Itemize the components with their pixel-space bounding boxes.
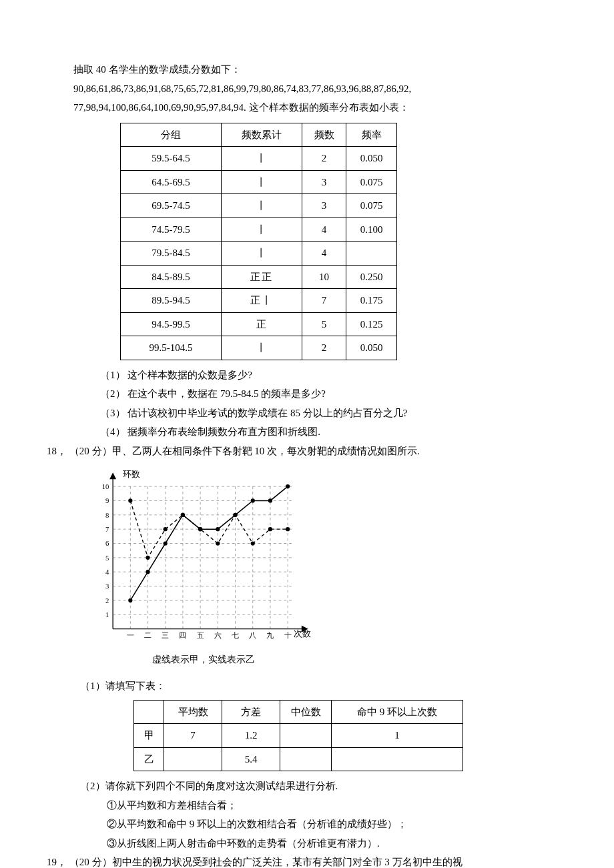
q18-head: 18， （20 分）甲、乙两人在相同条件下各射靶 10 次，每次射靶的成绩情况如…	[47, 442, 567, 461]
table-row: 84.5-89.5 正正 10 0.250	[121, 265, 397, 289]
table-row: 74.5-79.5 丨 4 0.100	[121, 218, 397, 242]
svg-text:2: 2	[105, 596, 109, 604]
svg-point-54	[268, 527, 272, 531]
svg-text:环数: 环数	[123, 470, 140, 479]
svg-point-62	[233, 513, 237, 517]
svg-point-47	[145, 556, 149, 560]
svg-point-51	[216, 541, 220, 545]
table-row: 乙 5.4	[134, 747, 463, 771]
svg-text:七: 七	[232, 631, 239, 639]
svg-text:1: 1	[105, 610, 109, 618]
svg-point-61	[216, 527, 220, 531]
stat-th-name	[134, 700, 164, 724]
svg-text:10: 10	[102, 482, 109, 490]
svg-text:8: 8	[105, 511, 109, 519]
svg-text:6: 6	[105, 539, 109, 547]
stat-th-var: 方差	[222, 700, 280, 724]
th-tally: 频数累计	[222, 123, 302, 147]
q17-sub1: （1） 这个样本数据的众数是多少?	[47, 366, 567, 385]
frequency-table: 分组 频数累计 频数 频率 59.5-64.5 丨 2 0.050 64.5-6…	[120, 123, 397, 360]
q18-sub2c: ③从折线图上两人射击命中环数的走势看（分析谁更有潜力）.	[47, 834, 567, 853]
svg-point-63	[251, 498, 255, 502]
svg-text:3: 3	[105, 582, 109, 590]
svg-text:4: 4	[105, 568, 109, 576]
svg-text:7: 7	[105, 525, 109, 533]
svg-point-56	[128, 598, 132, 602]
table-row: 99.5-104.5 丨 2 0.050	[121, 336, 397, 360]
intro-line3: 77,98,94,100,86,64,100,69,90,95,97,84,94…	[47, 98, 567, 117]
svg-text:四: 四	[179, 631, 186, 639]
th-group: 分组	[121, 123, 222, 147]
svg-point-46	[128, 498, 132, 502]
svg-text:六: 六	[214, 631, 222, 639]
q17-sub2: （2） 在这个表中，数据在 79.5-84.5 的频率是多少?	[47, 384, 567, 404]
svg-text:五: 五	[197, 631, 204, 639]
q18-sub2a: ①从平均数和方差相结合看；	[47, 796, 567, 815]
table-row: 甲 7 1.2 1	[134, 724, 463, 748]
svg-text:十: 十	[284, 631, 292, 639]
q17-sub4: （4） 据频率分布表绘制频数分布直方图和折线图.	[47, 422, 567, 442]
intro-line1: 抽取 40 名学生的数学成绩,分数如下：	[47, 60, 567, 79]
q18-sub2b: ②从平均数和命中 9 环以上的次数相结合看（分析谁的成绩好些）；	[47, 815, 567, 834]
stat-th-med: 中位数	[280, 700, 332, 724]
th-rate: 频率	[346, 123, 397, 147]
chart-caption: 虚线表示甲，实线表示乙	[87, 651, 320, 669]
svg-text:九: 九	[266, 631, 274, 639]
svg-text:9: 9	[105, 496, 109, 504]
q18-sub1: （1）请填写下表：	[47, 677, 567, 696]
svg-point-65	[286, 484, 290, 488]
svg-point-64	[268, 498, 272, 502]
table-row: 69.5-74.5 丨 3 0.075	[121, 194, 397, 218]
table-row: 89.5-94.5 正丨 7 0.175	[121, 289, 397, 313]
svg-point-55	[286, 527, 290, 531]
q18-sub2: （2）请你就下列四个不同的角度对这次测试结果进行分析.	[47, 777, 567, 796]
svg-text:二: 二	[144, 631, 151, 639]
svg-text:5: 5	[105, 554, 109, 562]
svg-point-48	[164, 527, 168, 531]
svg-marker-3	[110, 474, 115, 479]
svg-text:一: 一	[127, 631, 134, 639]
svg-point-57	[145, 570, 149, 574]
table-row: 59.5-64.5 丨 2 0.050	[121, 147, 397, 171]
table-row: 94.5-99.5 正 5 0.125	[121, 312, 397, 336]
stat-table: 平均数 方差 中位数 命中 9 环以上次数 甲 7 1.2 1 乙 5.4	[133, 700, 463, 772]
svg-point-59	[181, 513, 185, 517]
svg-point-60	[198, 527, 202, 531]
svg-point-58	[164, 541, 168, 545]
svg-text:八: 八	[249, 631, 256, 639]
table-row: 79.5-84.5 丨 4	[121, 242, 397, 266]
svg-point-53	[251, 541, 255, 545]
shooting-chart: 12345678910 一二三四五六七八九十 环数 次数	[87, 467, 320, 648]
stat-th-avg: 平均数	[164, 700, 222, 724]
q17-sub3: （3） 估计该校初中毕业考试的数学成绩在 85 分以上的约占百分之几?	[47, 404, 567, 423]
svg-text:三: 三	[162, 631, 169, 639]
table-row: 64.5-69.5 丨 3 0.075	[121, 170, 397, 194]
q19-line1: 19， （20 分）初中生的视力状况受到社会的广泛关注，某市有关部门对全市 3 …	[47, 853, 567, 868]
th-freq: 频数	[302, 123, 346, 147]
stat-th-hit: 命中 9 环以上次数	[332, 700, 463, 724]
svg-text:次数: 次数	[294, 629, 311, 638]
intro-line2: 90,86,61,86,73,86,91,68,75,65,72,81,86,9…	[47, 79, 567, 99]
